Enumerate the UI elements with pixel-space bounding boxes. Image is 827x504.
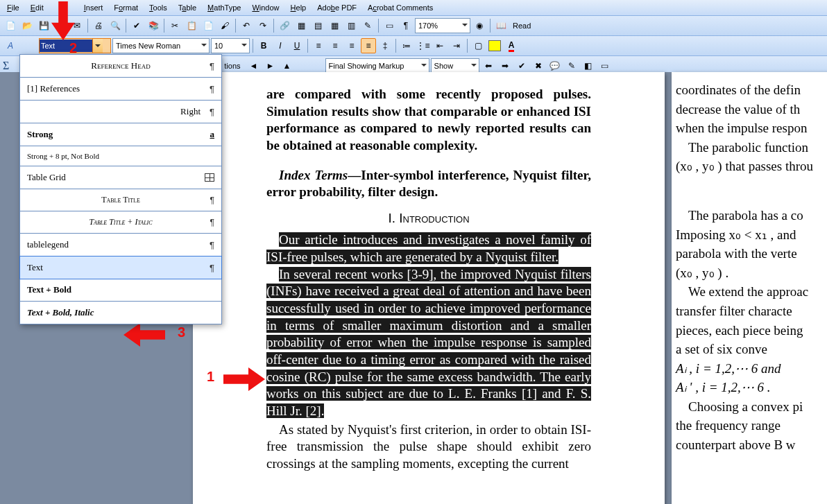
highlight-icon[interactable] — [487, 38, 502, 53]
style-item-text-bold[interactable]: Text + Bold — [20, 279, 221, 302]
align-left-icon[interactable]: ≡ — [311, 38, 326, 53]
accept-icon[interactable]: ✔ — [514, 58, 529, 73]
styles-pane-icon[interactable]: A — [3, 38, 18, 53]
menu-help[interactable]: Help — [285, 2, 312, 13]
menu-tools[interactable]: Tools — [144, 2, 173, 13]
body-para: As stated by Nyquist's first criterion, … — [266, 422, 591, 473]
nav-prev-icon[interactable]: ◄ — [246, 58, 262, 73]
style-item-tabletitle-italic[interactable]: Table Title + Italic¶ — [20, 211, 221, 234]
col2-line: pieces, each piece being — [676, 321, 827, 340]
numbering-icon[interactable]: ≔ — [399, 38, 414, 53]
read-label[interactable]: Read — [510, 21, 534, 30]
font-color-icon[interactable]: A — [504, 38, 519, 53]
track-icon[interactable]: ✎ — [564, 58, 579, 73]
preview-icon[interactable]: 🔍 — [108, 18, 123, 33]
read-icon[interactable]: 📖 — [493, 18, 509, 33]
bold-button[interactable]: B — [256, 38, 271, 53]
excel-icon[interactable]: ▦ — [327, 18, 342, 33]
style-item-tabletitle[interactable]: Table Title¶ — [20, 189, 221, 211]
undo-icon[interactable]: ↶ — [239, 18, 254, 33]
menu-adobe[interactable]: Adobe PDF — [312, 2, 362, 13]
col2-line: The parabolic function — [676, 138, 827, 157]
style-item-strong8[interactable]: Strong + 8 pt, Not Bold — [20, 146, 221, 166]
underline-button[interactable]: U — [289, 38, 305, 53]
comment-icon[interactable]: 💬 — [547, 58, 563, 73]
menu-mathtype[interactable]: MathType — [202, 2, 246, 13]
col2-line: Aᵢ , i = 1,2,⋯ 6 and — [676, 359, 827, 379]
col2-line: (x₀ , y₀ ) . — [676, 263, 827, 283]
format-painter-icon[interactable]: 🖌 — [217, 18, 232, 33]
spell-icon[interactable]: ✔ — [129, 18, 144, 33]
copy-icon[interactable]: 📋 — [184, 18, 199, 33]
style-item-strong[interactable]: Stronga — [20, 123, 221, 146]
col2-line: Imposing x₀ < x₁ , and — [676, 225, 827, 245]
outdent-icon[interactable]: ⇤ — [432, 38, 447, 53]
document-page-col2[interactable]: coordinates of the defin decrease the va… — [672, 72, 827, 504]
style-item-text[interactable]: Text¶ — [19, 256, 222, 279]
paste-icon[interactable]: 📄 — [201, 18, 216, 33]
balloon-icon[interactable]: ◧ — [581, 58, 596, 73]
menu-edit[interactable]: Edit — [25, 2, 49, 13]
style-item-tablegrid[interactable]: Table Grid — [20, 166, 221, 189]
columns-icon[interactable]: ▥ — [343, 18, 359, 33]
menu-file[interactable]: FFileile — [1, 2, 25, 13]
tables-borders-icon[interactable]: ▦ — [293, 18, 309, 33]
body-para-selected[interactable]: Our article introduces and investigates … — [266, 232, 591, 420]
style-input[interactable] — [40, 40, 92, 52]
research-icon[interactable]: 📚 — [146, 18, 161, 33]
new-doc-icon[interactable]: 📄 — [3, 18, 18, 33]
redo-icon[interactable]: ↷ — [255, 18, 271, 33]
show-hide-icon[interactable]: ¶ — [398, 18, 414, 33]
insert-table-icon[interactable]: ▤ — [310, 18, 325, 33]
col2-line: parabola with the verte — [676, 244, 827, 263]
menu-window[interactable]: Window — [246, 2, 284, 13]
style-dropdown-list[interactable]: Reference Head¶ [1] References¶ Right¶ S… — [19, 54, 222, 324]
indent-icon[interactable]: ⇥ — [449, 38, 464, 53]
open-icon[interactable]: 📂 — [19, 18, 35, 33]
sigma-icon[interactable]: Σ — [3, 60, 9, 72]
next-change-icon[interactable]: ➡ — [497, 58, 513, 73]
document-page[interactable]: are compared with some recently proposed… — [193, 72, 665, 504]
menu-insert[interactable]: Insert — [78, 2, 109, 13]
style-item-reference-head[interactable]: Reference Head¶ — [20, 55, 221, 78]
help-icon[interactable]: ◉ — [472, 18, 487, 33]
index-terms: Index Terms—Inter-symbol interference, N… — [266, 167, 591, 201]
hyperlink-icon[interactable]: 🔗 — [277, 18, 292, 33]
save-icon[interactable]: 💾 — [36, 18, 51, 33]
style-label: Text + Bold, Italic — [27, 307, 94, 318]
review-mode-combo[interactable]: Final Showing Markup — [325, 58, 429, 73]
menu-format[interactable]: Format — [108, 2, 144, 13]
cut-icon[interactable]: ✂ — [167, 18, 182, 33]
font-combo[interactable]: Times New Roman — [112, 38, 210, 53]
style-item-right[interactable]: Right¶ — [20, 101, 221, 123]
style-label: Strong + 8 pt, Not Bold — [27, 152, 99, 160]
drawing-icon[interactable]: ✎ — [360, 18, 375, 33]
docmap-icon[interactable]: ▭ — [382, 18, 397, 33]
reviewing-pane-icon[interactable]: ▭ — [597, 58, 613, 73]
size-combo[interactable]: 10 — [211, 38, 250, 53]
style-item-references[interactable]: [1] References¶ — [20, 78, 221, 101]
align-right-icon[interactable]: ≡ — [344, 38, 359, 53]
print-icon[interactable]: 🖨 — [91, 18, 106, 33]
nav-next-icon[interactable]: ► — [263, 58, 278, 73]
style-item-text-bold-italic[interactable]: Text + Bold, Italic — [20, 302, 221, 324]
reject-icon[interactable]: ✖ — [531, 58, 546, 73]
style-label: Table Title + Italic — [89, 217, 152, 227]
italic-button[interactable]: I — [273, 38, 288, 53]
nav-up-icon[interactable]: ▲ — [280, 58, 295, 73]
zoom-combo[interactable]: 170% — [415, 18, 470, 33]
menu-acrobat[interactable]: Acrobat Comments — [362, 2, 438, 13]
show-combo[interactable]: Show — [431, 58, 479, 73]
prev-change-icon[interactable]: ⬅ — [481, 58, 496, 73]
align-center-icon[interactable]: ≡ — [327, 38, 343, 53]
justify-icon[interactable]: ≡ — [361, 38, 376, 53]
line-spacing-icon[interactable]: ‡ — [377, 38, 393, 53]
col2-line: when the impulse respon — [676, 119, 827, 138]
style-dropdown-btn[interactable] — [92, 39, 103, 53]
style-item-tablelegend[interactable]: tablelegend¶ — [20, 234, 221, 257]
standard-toolbar: 📄 📂 💾 🔒 ✉ 🖨 🔍 ✔ 📚 ✂ 📋 📄 🖌 ↶ ↷ 🔗 ▦ ▤ ▦ ▥ … — [0, 16, 827, 36]
menu-table[interactable]: Table — [173, 2, 202, 13]
bullets-icon[interactable]: ⋮≡ — [416, 38, 431, 53]
col2-line: decrease the value of th — [676, 100, 827, 119]
borders-icon[interactable]: ▢ — [470, 38, 486, 53]
